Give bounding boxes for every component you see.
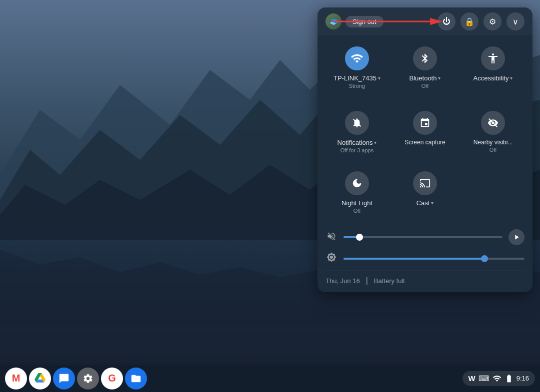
cast-chevron: ▾ — [431, 200, 434, 206]
wifi-chevron: ▾ — [378, 75, 380, 81]
settings-button[interactable]: ⚙ — [484, 12, 502, 30]
screen-capture-label: Screen capture — [404, 139, 445, 146]
accessibility-label-row: Accessibility ▾ — [474, 74, 513, 82]
cast-toggle[interactable]: Cast ▾ — [392, 164, 458, 221]
brightness-slider[interactable] — [344, 258, 524, 260]
screen-capture-icon — [420, 117, 430, 128]
night-light-toggle[interactable]: Night Light Off — [324, 164, 390, 221]
notifications-label-row: Notifications ▾ — [338, 139, 377, 146]
keyboard-icon: ⌨ — [478, 374, 490, 383]
gmail-icon: M — [12, 373, 20, 384]
accessibility-icon — [487, 52, 499, 64]
notifications-icon-circle — [345, 111, 369, 135]
nearby-icon — [488, 117, 498, 128]
power-icon: ⏻ — [442, 17, 450, 26]
screen-capture-icon-circle — [413, 111, 437, 135]
system-wifi-icon — [492, 374, 502, 383]
cast-icon-circle — [413, 171, 437, 195]
messages-icon — [58, 373, 70, 384]
night-light-icon-circle — [345, 171, 369, 195]
toggle-grid-row2: Notifications ▾ Off for 3 apps Screen ca… — [318, 100, 532, 164]
notifications-label: Notifications — [338, 139, 373, 146]
volume-slider-row — [326, 229, 524, 245]
taskbar-app-files[interactable] — [125, 368, 147, 390]
volume-slider[interactable] — [344, 236, 502, 238]
wifi-label-row: TP-LINK_7435 ▾ — [334, 74, 380, 82]
taskbar-app-settings[interactable] — [77, 368, 99, 390]
notifications-icon — [352, 117, 362, 128]
toggle-grid-row3: Night Light Off Cast ▾ — [318, 164, 532, 223]
notifications-sublabel: Off for 3 apps — [340, 147, 374, 153]
footer-separator: | — [366, 276, 368, 285]
brightness-thumb[interactable] — [481, 255, 488, 262]
quick-settings-panel: 🧢 Sign out ⏻ 🔒 ⚙ ∨ — [318, 7, 532, 292]
word-icon: W — [468, 374, 476, 383]
nearby-icon-circle — [481, 111, 505, 135]
bluetooth-sublabel: Off — [422, 83, 428, 89]
volume-thumb[interactable] — [356, 234, 363, 241]
mute-icon — [326, 231, 338, 244]
cast-label: Cast — [416, 199, 430, 207]
bluetooth-icon — [420, 53, 430, 64]
accessibility-label: Accessibility — [474, 74, 509, 82]
wifi-label: TP-LINK_7435 — [334, 74, 376, 82]
cast-icon — [420, 178, 430, 189]
red-arrow-indicator — [332, 14, 442, 29]
brightness-icon — [326, 252, 338, 265]
taskbar-app-google[interactable]: G — [101, 368, 123, 390]
topbar-icons: ⏻ 🔒 ⚙ ∨ — [438, 12, 524, 30]
settings-icon — [82, 373, 94, 384]
wifi-toggle[interactable]: TP-LINK_7435 ▾ Strong — [324, 39, 390, 96]
notifications-toggle[interactable]: Notifications ▾ Off for 3 apps — [324, 104, 390, 160]
lock-button[interactable]: 🔒 — [460, 12, 478, 30]
bluetooth-label-row: Bluetooth ▾ — [410, 74, 441, 82]
panel-footer: Thu, Jun 16 | Battery full — [318, 271, 532, 292]
gear-icon: ⚙ — [489, 17, 496, 26]
wifi-sublabel: Strong — [349, 83, 365, 89]
taskbar-app-messages[interactable] — [53, 368, 75, 390]
nearby-visibility-toggle[interactable]: Nearby visibi... Off — [460, 104, 526, 160]
bluetooth-chevron: ▾ — [438, 75, 440, 81]
taskbar-apps: M G — [5, 368, 462, 390]
nearby-sublabel: Off — [490, 147, 496, 153]
toggle-grid-row1: TP-LINK_7435 ▾ Strong Bluetooth ▾ Off — [318, 35, 532, 100]
nearby-label: Nearby visibi... — [474, 139, 513, 146]
lock-icon: 🔒 — [464, 17, 474, 26]
night-light-label: Night Light — [342, 199, 372, 207]
files-icon — [130, 373, 142, 384]
bluetooth-label: Bluetooth — [410, 74, 437, 82]
battery-text: Battery full — [374, 277, 404, 285]
accessibility-icon-circle — [481, 46, 505, 70]
system-tray[interactable]: W ⌨ 9:16 — [462, 371, 535, 386]
taskbar-app-gmail[interactable]: M — [5, 368, 27, 390]
chevron-down-icon: ∨ — [512, 17, 518, 26]
sliders-section — [318, 223, 532, 271]
date-text: Thu, Jun 16 — [326, 277, 360, 285]
taskbar: M G — [0, 365, 540, 392]
notifications-chevron: ▾ — [374, 140, 376, 145]
wifi-icon-circle — [345, 46, 369, 70]
wifi-icon — [350, 52, 364, 65]
expand-button[interactable]: ∨ — [506, 12, 524, 30]
drive-icon — [34, 373, 46, 385]
cast-label-row: Cast ▾ — [416, 199, 434, 207]
google-icon: G — [108, 373, 116, 384]
system-time: 9:16 — [516, 375, 529, 382]
brightness-fill — [344, 258, 484, 260]
bluetooth-toggle[interactable]: Bluetooth ▾ Off — [392, 39, 458, 96]
bluetooth-icon-circle — [413, 46, 437, 70]
taskbar-app-drive[interactable] — [29, 368, 51, 390]
brightness-slider-row — [326, 252, 524, 265]
night-light-icon — [352, 178, 362, 189]
volume-expand-button[interactable] — [508, 229, 524, 245]
accessibility-chevron: ▾ — [510, 75, 512, 81]
system-battery-icon — [504, 374, 514, 383]
svg-marker-3 — [430, 18, 442, 25]
accessibility-toggle[interactable]: Accessibility ▾ — [460, 39, 526, 96]
screen-capture-toggle[interactable]: Screen capture — [392, 104, 458, 160]
night-light-sublabel: Off — [354, 208, 360, 214]
